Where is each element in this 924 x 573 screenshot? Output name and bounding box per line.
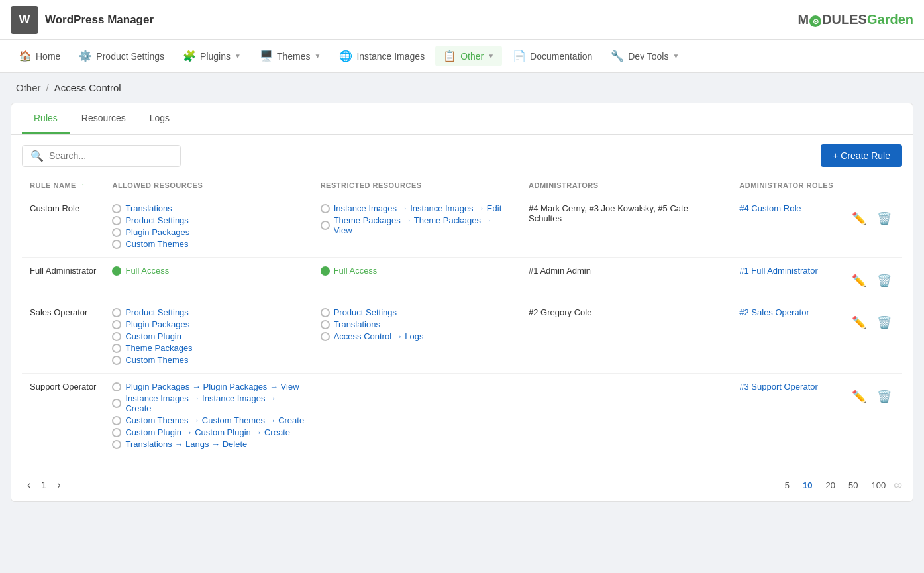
breadcrumb-parent[interactable]: Other [16,82,41,93]
page-prev-button[interactable]: ‹ [22,476,36,494]
sort-asc-icon: ↑ [81,182,85,189]
resource-label-r: Instance Images → Instance Images → Edit [334,203,502,213]
documentation-icon: 📄 [513,50,526,62]
edit-button-sales-operator[interactable]: ✏️ [849,313,869,333]
rule-name-custom-role: Custom Role [22,195,104,258]
page-size-50[interactable]: 50 [843,478,863,493]
resource-label-r: Access Control → Logs [334,331,424,341]
nav-home[interactable]: 🏠 Home [11,46,68,66]
delete-button-custom-role[interactable]: 🗑️ [874,209,894,229]
resource-label: Custom Plugin [125,331,181,341]
plugins-icon: 🧩 [183,50,196,62]
page-size-5[interactable]: 5 [780,478,795,493]
resource-circle-r [321,204,330,213]
top-bar: W WordPress Manager M⊙DULESGarden [0,0,924,40]
resource-label: Translations → Langs → Delete [125,439,247,449]
administrators-sales-operator: #2 Gregory Cole [521,299,731,374]
rule-name-support-operator: Support Operator [22,374,104,458]
edit-button-full-administrator[interactable]: ✏️ [849,271,869,291]
delete-button-support-operator[interactable]: 🗑️ [874,387,894,407]
resource-circle-r [321,308,330,317]
col-administrators: Administrators [521,176,731,195]
nav-bar: 🏠 Home ⚙️ Product Settings 🧩 Plugins ▼ 🖥… [0,40,924,73]
nav-dev-tools[interactable]: 🔧 Dev Tools ▼ [603,46,687,66]
table-row: Sales OperatorProduct SettingsPlugin Pac… [22,299,902,374]
search-box[interactable]: 🔍 [22,145,181,167]
table-row: Support OperatorPlugin Packages → Plugin… [22,374,902,458]
nav-other-label: Other [460,51,484,62]
resource-label: Custom Themes → Custom Themes → Create [125,415,304,425]
restricted-resources-support-operator [313,374,521,458]
nav-plugins[interactable]: 🧩 Plugins ▼ [175,46,249,66]
full-access-circle [112,266,121,276]
col-rule-name: Rule Name ↑ [22,176,104,195]
instance-images-icon: 🌐 [339,50,352,62]
rule-name-full-administrator: Full Administrator [22,258,104,299]
restricted-resources-full-administrator: Full Access [313,258,521,299]
resource-label: Custom Themes [125,239,188,249]
restricted-resources-custom-role: Instance Images → Instance Images → Edit… [313,195,521,258]
resource-label: Custom Themes [125,355,188,365]
delete-button-sales-operator[interactable]: 🗑️ [874,313,894,333]
resource-label: Plugin Packages [125,227,189,237]
pagination: ‹ 1 › 5 10 20 50 100 ∞ [11,468,913,501]
resource-circle [112,320,121,329]
resource-circle-r [321,320,330,329]
nav-other[interactable]: 📋 Other ▼ [435,46,502,66]
edit-button-support-operator[interactable]: ✏️ [849,387,869,407]
col-restricted-resources: Restricted Resources [313,176,521,195]
toolbar: 🔍 + Create Rule [11,135,913,176]
current-page: 1 [41,480,46,490]
resource-label-r: Translations [334,319,380,329]
nav-product-settings[interactable]: ⚙️ Product Settings [71,46,172,66]
resource-circle [112,204,121,213]
search-input[interactable] [49,150,172,161]
delete-button-full-administrator[interactable]: 🗑️ [874,271,894,291]
dev-tools-icon: 🔧 [611,50,624,62]
page-sizes: 5 10 20 50 100 ∞ [780,478,902,493]
tab-resources[interactable]: Resources [70,103,138,134]
resource-label-r: Product Settings [334,307,397,317]
settings-icon: ⚙️ [79,50,92,62]
nav-instance-images[interactable]: 🌐 Instance Images [331,46,433,66]
app-logo: W [11,6,38,34]
administrators-custom-role: #4 Mark Cerny, #3 Joe Kowalsky, #5 Cate … [521,195,731,258]
plugins-chevron-icon: ▼ [234,52,241,60]
nav-themes[interactable]: 🖥️ Themes ▼ [252,46,329,66]
actions-support-operator: ✏️ 🗑️ [841,374,902,458]
col-actions [841,176,902,195]
full-access-circle-r [321,266,330,276]
actions-custom-role: ✏️ 🗑️ [841,195,902,258]
resource-circle [112,308,121,317]
resource-label: Custom Plugin → Custom Plugin → Create [125,427,290,437]
page-size-100[interactable]: 100 [866,478,891,493]
resource-label: Theme Packages [125,343,192,353]
logo-area: W WordPress Manager [11,6,154,34]
themes-chevron-icon: ▼ [315,52,321,60]
nav-documentation[interactable]: 📄 Documentation [505,46,600,66]
resource-circle [112,356,121,365]
page-size-20[interactable]: 20 [821,478,841,493]
create-rule-button[interactable]: + Create Rule [821,144,902,167]
nav-themes-label: Themes [277,51,311,62]
tab-rules[interactable]: Rules [22,103,70,134]
resource-label: Plugin Packages → Plugin Packages → View [125,382,299,391]
resource-label: Instance Images → Instance Images → Crea… [125,393,304,413]
col-allowed-resources: Allowed Resources [104,176,312,195]
table-row: Full Administrator Full Access Full Acce… [22,258,902,299]
tab-logs[interactable]: Logs [138,103,181,134]
resource-circle [112,344,121,353]
edit-button-custom-role[interactable]: ✏️ [849,209,869,229]
resource-circle [112,228,121,237]
actions-sales-operator: ✏️ 🗑️ [841,299,902,374]
resource-circle [112,399,121,408]
resource-circle [112,440,121,449]
rule-name-sales-operator: Sales Operator [22,299,104,374]
nav-home-label: Home [36,51,60,62]
allowed-resources-sales-operator: Product SettingsPlugin PackagesCustom Pl… [104,299,312,374]
page-size-10[interactable]: 10 [797,478,817,493]
actions-full-administrator: ✏️ 🗑️ [841,258,902,299]
page-next-button[interactable]: › [52,476,66,494]
resource-circle [112,382,121,391]
main-content: Rules Resources Logs 🔍 + Create Rule Rul… [11,103,913,502]
